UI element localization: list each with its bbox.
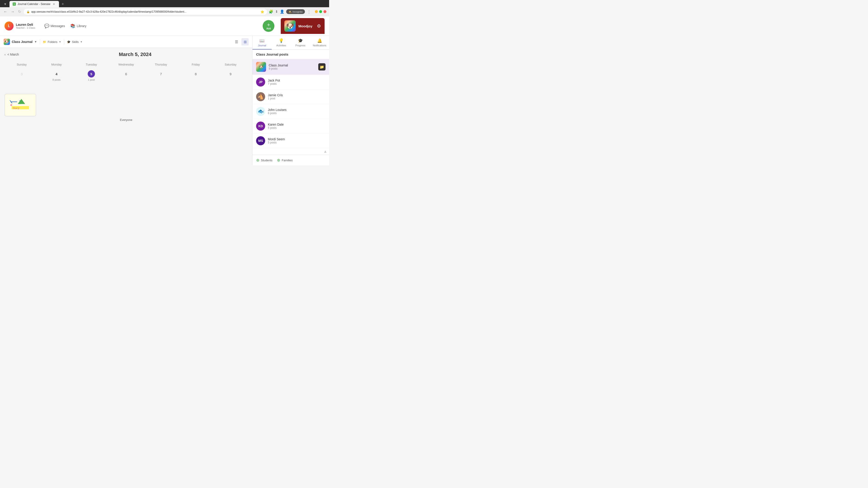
- back-button[interactable]: ←: [3, 9, 8, 15]
- svg-text:Stacy: Stacy: [13, 106, 20, 109]
- day-cell-6[interactable]: 6: [109, 68, 143, 87]
- day-cell-9[interactable]: 9: [213, 68, 248, 87]
- jamie-cris-name: Jamie Cris: [268, 93, 326, 97]
- day-number-4: 4: [53, 70, 60, 77]
- reload-button[interactable]: ↻: [17, 8, 22, 15]
- families-label: Families: [282, 159, 292, 162]
- progress-tab-icon: 🎓: [298, 38, 303, 43]
- skills-label: Skills: [72, 40, 79, 43]
- day-number-5: 5: [88, 70, 95, 77]
- incognito-badge: 🕵 Incognito: [286, 9, 305, 14]
- journal-item-jamie-cris[interactable]: 🐴 Jamie Cris 1 post: [252, 90, 329, 104]
- jack-pot-avatar: JP: [256, 77, 265, 87]
- day-header-thursday: Thursday: [144, 61, 178, 68]
- journal-item-class[interactable]: 🐶 Class Journal 9 posts 📁: [252, 59, 329, 75]
- user-avatar: L: [4, 22, 13, 31]
- families-action[interactable]: ⊕ Families: [277, 158, 292, 163]
- browser-window: ▼ S Journal Calendar - Seesaw ✕ + ← → ↻ …: [0, 0, 329, 486]
- messages-icon: 💬: [44, 24, 49, 29]
- list-view-button[interactable]: ☰: [233, 38, 240, 45]
- jack-pot-posts: 7 posts: [268, 82, 326, 86]
- messages-label: Messages: [51, 24, 65, 28]
- journal-item-mordi-seem[interactable]: MS Mordi Seem 5 posts: [252, 133, 329, 148]
- folders-button[interactable]: 📁 Folders ▼: [43, 40, 61, 43]
- maximize-button[interactable]: [319, 10, 322, 13]
- tab-progress[interactable]: 🎓 Progress: [291, 36, 310, 50]
- journal-item-karen-dale[interactable]: KD Karen Dale 5 posts: [252, 119, 329, 133]
- day-cell-3[interactable]: 3: [4, 68, 39, 87]
- separator-1: [40, 39, 40, 44]
- day-cell-8[interactable]: 8: [179, 68, 213, 87]
- journal-tab-icon: 📖: [259, 38, 265, 43]
- address-bar[interactable]: 🔒 app.seesaw.me/#/class/class.e01bf4c2-9…: [24, 9, 267, 15]
- day-number-9: 9: [227, 70, 234, 77]
- day-cell-5[interactable]: 5 1 post: [74, 68, 108, 87]
- karen-dale-posts: 5 posts: [268, 126, 326, 129]
- students-action[interactable]: ⊕ Students: [256, 158, 272, 163]
- right-sidebar: 📖 Journal 💡 Activities 🎓 Progress 🔔 Noti…: [252, 36, 329, 165]
- day-number-3: 3: [18, 70, 25, 77]
- tab-close-button[interactable]: ✕: [52, 2, 56, 6]
- bottom-actions: ⊕ Students ⊕ Families: [252, 155, 329, 165]
- john-louises-info: John Louises 6 posts: [268, 108, 326, 115]
- day-header-friday: Friday: [179, 61, 213, 68]
- close-button[interactable]: [323, 10, 327, 13]
- tab-journal[interactable]: 📖 Journal: [252, 36, 272, 50]
- journal-selector[interactable]: 🐶 Class Journal ▼: [4, 39, 37, 45]
- folder-glyph: 📁: [320, 65, 324, 69]
- journal-item-john-louises[interactable]: 🐟 John Louises 6 posts: [252, 104, 329, 119]
- skills-icon: 🎓: [67, 40, 70, 43]
- library-label: Library: [76, 24, 86, 28]
- menu-button[interactable]: ⋮: [307, 9, 311, 14]
- progress-tab-label: Progress: [296, 44, 305, 47]
- journal-item-jack-pot[interactable]: JP Jack Pot 7 posts: [252, 75, 329, 90]
- active-tab[interactable]: S Journal Calendar - Seesaw ✕: [9, 1, 59, 7]
- tab-activities[interactable]: 💡 Activities: [272, 36, 291, 50]
- svg-point-7: [10, 104, 12, 106]
- calendar-container: ‹ < March March 5, 2024 Sunday Monday Tu…: [0, 48, 252, 90]
- class-journal-avatar: 🐶: [256, 62, 266, 72]
- notifications-tab-label: Notifications: [313, 44, 327, 47]
- settings-icon[interactable]: ⚙: [317, 23, 321, 29]
- new-tab-button[interactable]: +: [60, 1, 66, 7]
- grid-view-button[interactable]: ⊞: [241, 38, 249, 45]
- svg-rect-0: [5, 94, 35, 116]
- moodjoy-header: 🐶 Moodjoy ⚙: [281, 18, 324, 34]
- user-role: Teacher - 1 Class: [16, 26, 35, 29]
- calendar-grid: Sunday Monday Tuesday Wednesday Thursday…: [4, 61, 248, 87]
- karen-dale-name: Karen Dale: [268, 123, 326, 126]
- add-button[interactable]: + Add: [263, 20, 274, 32]
- browser-tab-recent[interactable]: ▼: [2, 1, 8, 7]
- class-journal-folder-icon[interactable]: 📁: [318, 63, 326, 70]
- messages-nav-item[interactable]: 💬 Messages: [44, 24, 65, 29]
- panel-tabs: 📖 Journal 💡 Activities 🎓 Progress 🔔 Noti…: [252, 36, 329, 50]
- forward-button[interactable]: →: [10, 9, 16, 15]
- tab-notifications[interactable]: 🔔 Notifications: [310, 36, 329, 50]
- toolbar: 🐶 Class Journal ▼ 📁 Folders ▼ 🎓 Skills: [0, 36, 252, 48]
- students-plus-icon: ⊕: [256, 158, 259, 163]
- downloads-button[interactable]: ⬇: [275, 9, 278, 14]
- class-journal-name: Class Journal: [269, 64, 315, 67]
- user-info[interactable]: L Lauren Deli Teacher - 1 Class: [4, 22, 35, 31]
- journal-icon: 🐶: [4, 39, 10, 45]
- day-cell-7[interactable]: 7: [144, 68, 178, 87]
- extensions-button[interactable]: 🧩: [269, 9, 273, 14]
- moodjoy-name: Moodjoy: [298, 24, 312, 28]
- month-nav[interactable]: ‹ < March: [4, 53, 19, 56]
- library-icon: 📚: [70, 24, 75, 29]
- library-nav-item[interactable]: 📚 Library: [70, 24, 86, 29]
- day-header-saturday: Saturday: [213, 61, 248, 68]
- day-header-sunday: Sunday: [4, 61, 39, 68]
- jack-pot-info: Jack Pot 7 posts: [268, 78, 326, 86]
- minimize-button[interactable]: [315, 10, 318, 13]
- tab-title: Journal Calendar - Seesaw: [18, 2, 51, 6]
- post-thumbnail[interactable]: Stacy: [4, 94, 36, 116]
- day-cell-4[interactable]: 4 8 posts: [39, 68, 74, 87]
- notifications-tab-icon: 🔔: [317, 38, 322, 43]
- top-navigation: L Lauren Deli Teacher - 1 Class 💬 Messag…: [0, 16, 329, 36]
- url-text: app.seesaw.me/#/class/class.e01bf4c2-9a2…: [31, 10, 186, 13]
- profile-button[interactable]: 👤: [280, 9, 284, 14]
- skills-button[interactable]: 🎓 Skills ▼: [67, 40, 83, 43]
- current-date-label: March 5, 2024: [23, 52, 248, 57]
- folders-label: Folders: [48, 40, 57, 43]
